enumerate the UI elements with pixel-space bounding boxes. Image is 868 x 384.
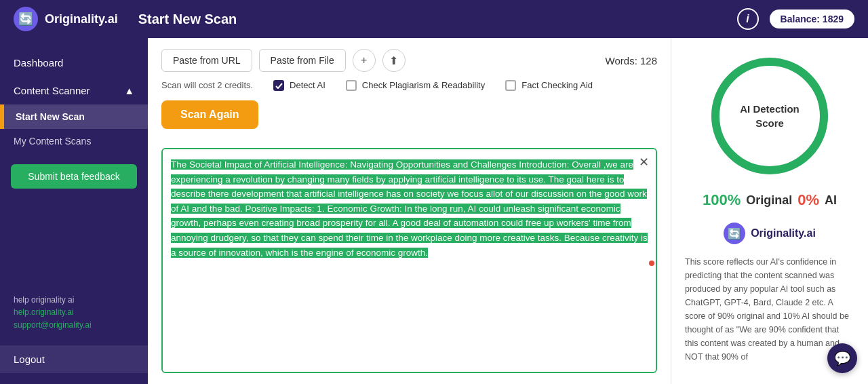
close-text-button[interactable]: ✕ <box>639 155 649 170</box>
detect-ai-checkbox[interactable] <box>273 80 284 91</box>
brand-logo: 🔄 Originality.ai <box>724 223 816 244</box>
score-values: 100% Original 0% AI <box>703 191 837 209</box>
paste-url-button[interactable]: Paste from URL <box>161 49 252 72</box>
help-label: help originality ai <box>14 295 134 305</box>
plagiarism-option: Check Plagiarism & Readability <box>346 80 485 91</box>
sidebar-section-content-scanner[interactable]: Content Scanner ▲ <box>0 77 148 104</box>
scan-btn-row: Scan Again <box>161 100 657 138</box>
scan-cost: Scan will cost 2 credits. <box>161 80 253 90</box>
scroll-indicator <box>649 261 654 266</box>
text-container: ✕ The Societal Impact of Artificial Inte… <box>161 148 657 373</box>
score-circle-label: AI Detection Score <box>740 103 800 129</box>
sidebar-item-logout[interactable]: Logout <box>0 345 148 373</box>
score-circle-container: AI Detection Score <box>705 52 834 180</box>
original-label: Original <box>746 193 792 208</box>
sidebar: Dashboard Content Scanner ▲ Start New Sc… <box>0 38 148 384</box>
page-title: Start New Scan <box>138 12 737 27</box>
text-content-area[interactable]: The Societal Impact of Artificial Intell… <box>163 149 656 372</box>
content-area: Paste from URL Paste from File + ⬆ Words… <box>148 38 868 384</box>
score-circle-text: AI Detection Score <box>738 102 802 130</box>
brand-logo-icon: 🔄 <box>724 223 745 244</box>
balance-badge: Balance: 1829 <box>770 9 854 28</box>
info-icon[interactable]: i <box>737 8 759 30</box>
scan-again-button[interactable]: Scan Again <box>161 100 258 129</box>
scanner-panel: Paste from URL Paste from File + ⬆ Words… <box>148 38 671 384</box>
sidebar-item-start-new-scan[interactable]: Start New Scan <box>0 104 148 129</box>
fact-check-checkbox[interactable] <box>505 80 516 91</box>
paste-file-button[interactable]: Paste from File <box>259 49 346 72</box>
sidebar-item-my-content-scans[interactable]: My Content Scans <box>0 129 148 153</box>
chat-bubble[interactable]: 💬 <box>827 343 857 373</box>
ai-score: 0% <box>797 191 819 209</box>
result-panel: AI Detection Score 100% Original 0% AI 🔄… <box>671 38 868 384</box>
detect-ai-label: Detect AI <box>290 80 326 90</box>
words-count: Words: 128 <box>606 55 657 66</box>
add-icon[interactable]: + <box>353 49 376 72</box>
options-row: Scan will cost 2 credits. Detect AI Chec… <box>161 80 657 91</box>
logo: 🔄 Originality.ai <box>14 7 118 31</box>
submit-feedback-button[interactable]: Submit beta feedback <box>11 164 137 189</box>
fact-check-option: Fact Checking Aid <box>505 80 593 91</box>
app-header: 🔄 Originality.ai Start New Scan i Balanc… <box>0 0 868 38</box>
help-link[interactable]: help.originality.ai <box>14 306 134 319</box>
score-description: This score reflects our AI's confidence … <box>685 255 854 364</box>
toolbar: Paste from URL Paste from File + ⬆ Words… <box>161 49 657 72</box>
ai-label: AI <box>825 193 837 208</box>
support-link[interactable]: support@originality.ai <box>14 319 134 332</box>
main-layout: Dashboard Content Scanner ▲ Start New Sc… <box>0 38 868 384</box>
logo-icon: 🔄 <box>14 7 38 31</box>
header-right: i Balance: 1829 <box>737 8 854 30</box>
detect-ai-option: Detect AI <box>273 80 326 91</box>
original-score: 100% <box>703 191 741 209</box>
sidebar-footer: help originality ai help.originality.ai … <box>0 287 148 340</box>
chevron-up-icon: ▲ <box>124 85 134 96</box>
sidebar-section-label: Content Scanner <box>14 85 90 96</box>
highlighted-text: The Societal Impact of Artificial Intell… <box>171 159 648 258</box>
fact-check-label: Fact Checking Aid <box>521 80 593 90</box>
sidebar-item-dashboard[interactable]: Dashboard <box>0 49 148 77</box>
brand-logo-text: Originality.ai <box>751 227 816 239</box>
plagiarism-checkbox[interactable] <box>346 80 357 91</box>
export-icon[interactable]: ⬆ <box>382 49 406 72</box>
plagiarism-label: Check Plagiarism & Readability <box>362 80 485 90</box>
logo-text: Originality.ai <box>45 12 118 26</box>
